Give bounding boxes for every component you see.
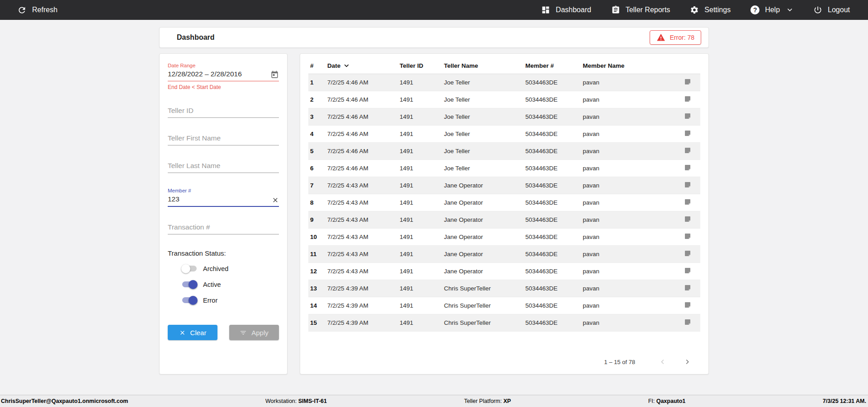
error-switch[interactable] <box>181 296 198 305</box>
teller-id-cell: 1491 <box>398 229 442 246</box>
clear-field-icon[interactable] <box>272 196 279 204</box>
toggle-error[interactable]: Error <box>181 296 279 305</box>
member-number-cell: 5034463DE <box>524 314 581 332</box>
member-name-cell: pavan <box>581 160 675 177</box>
column-header-number[interactable]: # <box>308 57 326 74</box>
nav-logout[interactable]: Logout <box>813 5 850 14</box>
member-number-cell: 5034463DE <box>524 160 581 177</box>
note-icon[interactable] <box>684 146 692 156</box>
error-count-badge[interactable]: Error: 78 <box>650 30 701 45</box>
top-navigation-bar: Refresh Dashboard Teller Reports Setting… <box>0 0 868 20</box>
nav-settings[interactable]: Settings <box>690 5 731 14</box>
toggle-archived[interactable]: Archived <box>181 264 279 273</box>
teller-last-name-input[interactable] <box>168 160 279 173</box>
table-row[interactable]: 9 7/2/25 4:43 AM 1491 Jane Operator 5034… <box>308 211 700 229</box>
note-icon[interactable] <box>684 164 692 173</box>
member-name-cell: pavan <box>581 280 675 297</box>
table-row[interactable]: 7 7/2/25 4:43 AM 1491 Jane Operator 5034… <box>308 177 700 194</box>
refresh-button[interactable]: Refresh <box>17 5 57 15</box>
help-icon: ? <box>750 5 760 14</box>
transaction-number-input[interactable] <box>168 222 279 234</box>
clear-button[interactable]: Clear <box>168 325 217 340</box>
note-icon[interactable] <box>684 318 692 327</box>
sort-descending-icon <box>343 62 350 69</box>
teller-name-cell: Joe Teller <box>442 160 524 177</box>
teller-id-field <box>168 105 279 118</box>
column-header-date[interactable]: Date <box>326 57 398 74</box>
row-number-cell: 1 <box>308 74 326 91</box>
table-row[interactable]: 14 7/2/25 4:39 AM 1491 Chris SuperTeller… <box>308 297 700 314</box>
member-number-input[interactable] <box>168 194 272 206</box>
column-header-teller-name[interactable]: Teller Name <box>442 57 524 74</box>
table-row[interactable]: 2 7/2/25 4:46 AM 1491 Joe Teller 5034463… <box>308 91 700 108</box>
active-switch[interactable] <box>181 280 198 289</box>
footer-datetime: 7/3/25 12:31 AM. <box>823 398 866 404</box>
status-toggles: Archived Active Error <box>168 264 279 305</box>
date-range-input[interactable] <box>168 69 270 81</box>
dashboard-icon <box>541 5 550 14</box>
footer-workstation: Workstation: SIMS-IT-61 <box>265 398 327 404</box>
column-header-member-number[interactable]: Member # <box>524 57 581 74</box>
teller-id-cell: 1491 <box>398 74 442 91</box>
nav-dashboard[interactable]: Dashboard <box>541 5 591 14</box>
table-row[interactable]: 3 7/2/25 4:46 AM 1491 Joe Teller 5034463… <box>308 108 700 126</box>
table-row[interactable]: 15 7/2/25 4:39 AM 1491 Chris SuperTeller… <box>308 314 700 332</box>
date-range-label: Date Range <box>168 63 279 68</box>
member-number-field: Member # <box>168 188 279 207</box>
table-row[interactable]: 11 7/2/25 4:43 AM 1491 Jane Operator 503… <box>308 246 700 263</box>
apply-button[interactable]: Apply <box>229 325 279 340</box>
table-row[interactable]: 12 7/2/25 4:43 AM 1491 Jane Operator 503… <box>308 263 700 280</box>
note-icon[interactable] <box>684 129 692 139</box>
nav-settings-label: Settings <box>704 6 731 14</box>
table-row[interactable]: 6 7/2/25 4:46 AM 1491 Joe Teller 5034463… <box>308 160 700 177</box>
note-icon[interactable] <box>684 249 692 259</box>
member-number-cell: 5034463DE <box>524 211 581 229</box>
note-icon[interactable] <box>684 215 692 225</box>
teller-name-cell: Jane Operator <box>442 229 524 246</box>
column-header-teller-id[interactable]: Teller ID <box>398 57 442 74</box>
row-number-cell: 10 <box>308 229 326 246</box>
teller-id-cell: 1491 <box>398 211 442 229</box>
table-row[interactable]: 10 7/2/25 4:43 AM 1491 Jane Operator 503… <box>308 229 700 246</box>
calendar-icon[interactable] <box>270 70 279 79</box>
note-icon[interactable] <box>684 198 692 207</box>
note-icon[interactable] <box>684 112 692 122</box>
table-row[interactable]: 5 7/2/25 4:46 AM 1491 Joe Teller 5034463… <box>308 143 700 160</box>
table-row[interactable]: 1 7/2/25 4:46 AM 1491 Joe Teller 5034463… <box>308 74 700 91</box>
archived-switch[interactable] <box>181 264 198 273</box>
column-header-member-name[interactable]: Member Name <box>581 57 675 74</box>
teller-name-cell: Chris SuperTeller <box>442 280 524 297</box>
pagination-prev-button[interactable] <box>655 355 670 369</box>
row-number-cell: 7 <box>308 177 326 194</box>
nav-teller-reports[interactable]: Teller Reports <box>611 5 670 14</box>
note-icon[interactable] <box>684 232 692 242</box>
date-cell: 7/2/25 4:39 AM <box>326 297 398 314</box>
teller-name-cell: Joe Teller <box>442 108 524 126</box>
member-number-cell: 5034463DE <box>524 297 581 314</box>
note-icon[interactable] <box>684 95 692 104</box>
teller-id-input[interactable] <box>168 105 279 117</box>
date-range-field: Date Range End Date < Start Date <box>168 63 279 90</box>
nav-dashboard-label: Dashboard <box>556 6 591 14</box>
table-row[interactable]: 4 7/2/25 4:46 AM 1491 Joe Teller 5034463… <box>308 126 700 143</box>
table-row[interactable]: 13 7/2/25 4:39 AM 1491 Chris SuperTeller… <box>308 280 700 297</box>
note-icon[interactable] <box>684 267 692 276</box>
member-name-cell: pavan <box>581 194 675 211</box>
note-icon[interactable] <box>684 284 692 293</box>
note-icon[interactable] <box>684 301 692 310</box>
member-number-cell: 5034463DE <box>524 177 581 194</box>
pagination-next-button[interactable] <box>679 355 695 369</box>
row-number-cell: 9 <box>308 211 326 229</box>
nav-help[interactable]: ? Help <box>750 5 793 14</box>
teller-first-name-input[interactable] <box>168 133 279 145</box>
date-cell: 7/2/25 4:46 AM <box>326 91 398 108</box>
note-icon[interactable] <box>684 78 692 87</box>
column-header-note <box>675 57 700 74</box>
toggle-active[interactable]: Active <box>181 280 279 289</box>
date-cell: 7/2/25 4:46 AM <box>326 108 398 126</box>
note-icon[interactable] <box>684 181 692 190</box>
table-row[interactable]: 8 7/2/25 4:43 AM 1491 Jane Operator 5034… <box>308 194 700 211</box>
member-number-label: Member # <box>168 188 279 193</box>
member-number-cell: 5034463DE <box>524 108 581 126</box>
teller-id-cell: 1491 <box>398 177 442 194</box>
